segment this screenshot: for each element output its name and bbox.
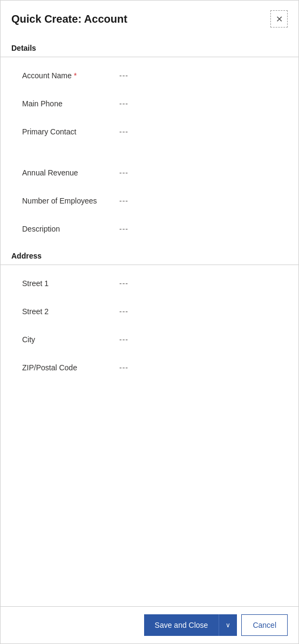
panel-body: Details Account Name * --- Main Phone --… — [1, 35, 298, 606]
value-main-phone: --- — [119, 99, 128, 108]
close-button[interactable]: ✕ — [270, 10, 288, 28]
section-header-details: Details — [1, 35, 298, 57]
label-primary-contact: Primary Contact — [22, 127, 119, 136]
section-header-address: Address — [1, 243, 298, 265]
value-annual-revenue: --- — [119, 168, 128, 177]
field-row-street1[interactable]: Street 1 --- — [1, 269, 298, 297]
value-zip-postal-code: --- — [119, 363, 128, 372]
cancel-label: Cancel — [253, 621, 276, 629]
label-account-name: Account Name * — [22, 71, 119, 80]
cancel-button[interactable]: Cancel — [241, 614, 288, 636]
label-street1: Street 1 — [22, 279, 119, 288]
value-city: --- — [119, 335, 128, 344]
value-description: --- — [119, 225, 128, 233]
panel-footer: Save and Close ∨ Cancel — [1, 606, 298, 643]
value-number-of-employees: --- — [119, 196, 128, 205]
label-main-phone: Main Phone — [22, 99, 119, 108]
save-and-close-button[interactable]: Save and Close — [144, 614, 219, 636]
label-description: Description — [22, 225, 119, 233]
field-row-zip-postal-code[interactable]: ZIP/Postal Code --- — [1, 354, 298, 382]
panel-header: Quick Create: Account ✕ — [1, 1, 298, 35]
label-city: City — [22, 335, 119, 344]
label-zip-postal-code: ZIP/Postal Code — [22, 363, 119, 372]
value-street1: --- — [119, 279, 128, 288]
field-row-number-of-employees[interactable]: Number of Employees --- — [1, 187, 298, 215]
field-row-annual-revenue[interactable]: Annual Revenue --- — [1, 159, 298, 187]
save-dropdown-button[interactable]: ∨ — [219, 614, 237, 636]
close-icon: ✕ — [276, 14, 283, 24]
required-star-account-name: * — [74, 71, 77, 80]
label-annual-revenue: Annual Revenue — [22, 168, 119, 177]
value-street2: --- — [119, 307, 128, 316]
field-row-account-name[interactable]: Account Name * --- — [1, 62, 298, 90]
field-row-city[interactable]: City --- — [1, 326, 298, 354]
panel-title: Quick Create: Account — [11, 13, 127, 25]
field-row-main-phone[interactable]: Main Phone --- — [1, 90, 298, 118]
value-account-name: --- — [119, 71, 128, 80]
label-number-of-employees: Number of Employees — [22, 196, 119, 205]
chevron-down-icon: ∨ — [226, 621, 230, 629]
save-and-close-label: Save and Close — [155, 621, 208, 629]
field-row-street2[interactable]: Street 2 --- — [1, 297, 298, 326]
field-row-description[interactable]: Description --- — [1, 215, 298, 243]
label-street2: Street 2 — [22, 307, 119, 316]
field-row-primary-contact[interactable]: Primary Contact --- — [1, 118, 298, 146]
quick-create-panel: Quick Create: Account ✕ Details Account … — [0, 0, 299, 644]
value-primary-contact: --- — [119, 127, 128, 136]
